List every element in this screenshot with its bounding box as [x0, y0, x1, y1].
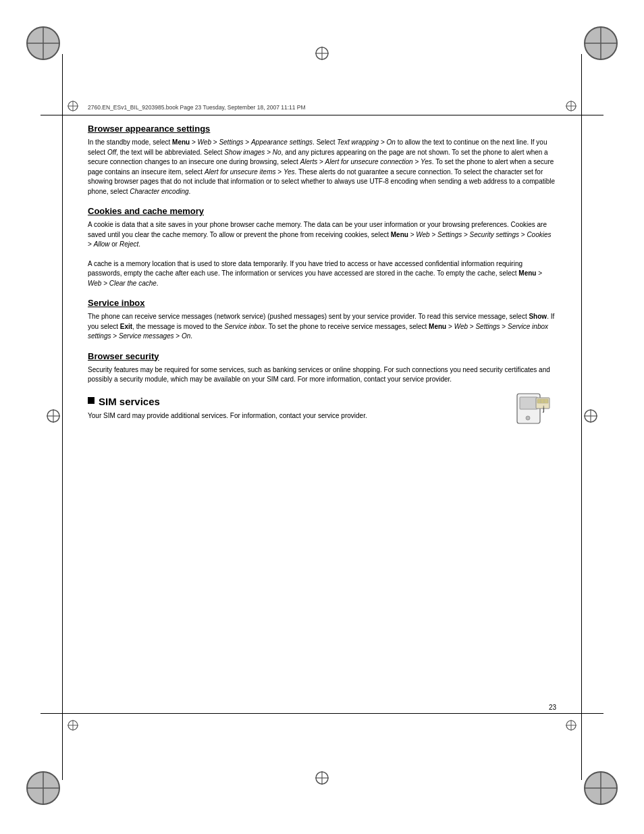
section-text-cookies-1: A cache is a memory location that is use…: [88, 259, 556, 289]
section-browser-appearance: Browser appearance settings In the stand…: [88, 124, 556, 197]
section-text-browser-appearance-0: In the standby mode, select Menu > Web >…: [88, 138, 556, 197]
section-browser-security: Browser security Security features may b…: [88, 351, 556, 385]
header-rule: [41, 115, 603, 115]
svg-text:j: j: [542, 405, 545, 413]
section-text-browser-security-0: Security features may be required for so…: [88, 365, 556, 385]
corner-reg-bottom-right: [583, 771, 618, 808]
section-service-inbox: Service inbox The phone can receive serv…: [88, 298, 556, 342]
svg-rect-37: [520, 397, 537, 409]
header-text: 2760.EN_ESv1_BIL_9203985.book Page 23 Tu…: [88, 104, 306, 111]
footer-rule: [41, 713, 603, 714]
section-cookies-cache: Cookies and cache memory A cookie is dat…: [88, 206, 556, 288]
section-title-browser-security: Browser security: [88, 351, 556, 361]
crosshair-header-left: [67, 100, 79, 115]
crosshair-bottom-center: [315, 771, 329, 788]
crosshair-left-mid: [46, 409, 61, 426]
section-title-browser-appearance: Browser appearance settings: [88, 124, 556, 134]
page: 2760.EN_ESv1_BIL_9203985.book Page 23 Tu…: [0, 0, 644, 834]
corner-reg-bottom-left: [26, 771, 61, 808]
corner-reg-top-left: [26, 26, 61, 63]
section-text-cookies-0: A cookie is data that a site saves in yo…: [88, 220, 556, 250]
section-title-service-inbox: Service inbox: [88, 298, 556, 308]
sim-card-icon: j: [516, 392, 553, 425]
section-sim-services: SIM services Your SIM card may provide a…: [88, 396, 556, 431]
square-bullet-icon: [88, 397, 95, 404]
left-margin-line: [62, 54, 63, 780]
crosshair-header-right: [565, 100, 577, 115]
corner-reg-top-right: [583, 26, 618, 63]
main-content: Browser appearance settings In the stand…: [88, 124, 556, 709]
section-title-cookies-cache: Cookies and cache memory: [88, 206, 556, 216]
section-title-sim-services: SIM services: [88, 396, 509, 407]
right-margin-line: [581, 54, 582, 780]
section-text-service-inbox-0: The phone can receive service messages (…: [88, 312, 556, 342]
section-text-sim-0: Your SIM card may provide additional ser…: [88, 411, 509, 421]
crosshair-footer-right: [565, 719, 577, 734]
svg-point-38: [526, 416, 530, 420]
sim-title-area: SIM services Your SIM card may provide a…: [88, 396, 509, 431]
crosshair-top-center: [315, 46, 329, 63]
sim-image-area: j: [516, 392, 556, 427]
crosshair-right-mid: [583, 409, 598, 426]
crosshair-footer-left: [67, 719, 79, 734]
